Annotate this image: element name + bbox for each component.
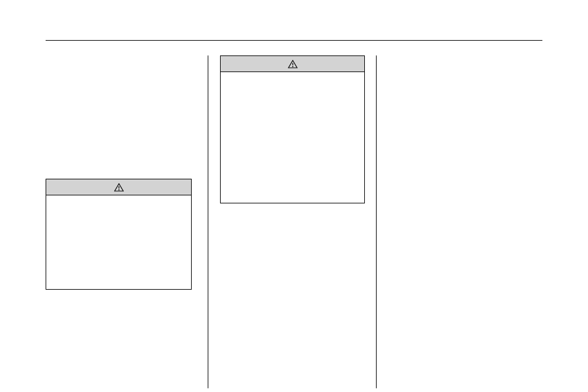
- warning-box: [46, 179, 192, 290]
- warning-box-body: [221, 72, 364, 80]
- warning-box: [220, 55, 365, 203]
- column-divider: [376, 55, 377, 388]
- warning-box-header: [221, 56, 364, 72]
- horizontal-rule: [46, 40, 542, 41]
- column-divider: [208, 55, 208, 388]
- warning-box-body: [46, 195, 191, 203]
- warning-triangle-icon: [288, 60, 298, 68]
- svg-point-5: [292, 66, 293, 67]
- page: [0, 0, 588, 392]
- warning-box-header: [46, 179, 191, 195]
- svg-point-2: [118, 189, 120, 190]
- warning-triangle-icon: [114, 183, 124, 192]
